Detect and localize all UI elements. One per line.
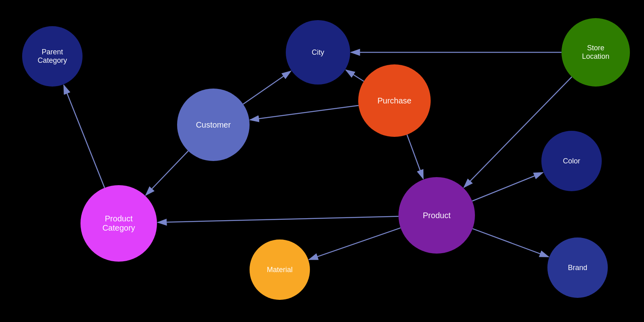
node-label-product_category: ProductCategory (102, 214, 135, 233)
node-material[interactable]: Material (250, 239, 310, 300)
node-product_category[interactable]: ProductCategory (80, 185, 157, 262)
node-store_location[interactable]: StoreLocation (561, 18, 630, 87)
node-label-store_location: StoreLocation (582, 44, 609, 61)
edge-product-color (472, 173, 543, 201)
node-label-parent_category: ParentCategory (37, 48, 67, 65)
node-label-purchase: Purchase (378, 96, 412, 105)
node-label-city: City (312, 48, 324, 57)
node-label-color: Color (563, 157, 580, 165)
node-customer[interactable]: Customer (177, 89, 250, 161)
graph-canvas: ParentCategoryCityStoreLocationCustomerP… (0, 0, 644, 322)
edge-product_category-parent_category (64, 85, 104, 188)
edge-purchase-customer (250, 105, 359, 120)
edge-product-brand (473, 229, 549, 257)
edge-product-product_category (158, 216, 398, 222)
edge-purchase-city (346, 70, 364, 81)
node-label-material: Material (267, 266, 293, 274)
node-purchase[interactable]: Purchase (358, 64, 431, 137)
node-brand[interactable]: Brand (547, 237, 608, 298)
edge-customer-city (243, 71, 291, 104)
node-color[interactable]: Color (541, 131, 602, 191)
node-label-brand: Brand (568, 264, 587, 272)
node-parent_category[interactable]: ParentCategory (22, 26, 83, 87)
node-city[interactable]: City (286, 20, 350, 85)
node-label-product: Product (423, 211, 451, 220)
edge-customer-product_category (146, 151, 188, 195)
node-product[interactable]: Product (398, 177, 475, 254)
edge-purchase-product (407, 134, 423, 179)
node-label-customer: Customer (196, 120, 231, 130)
edge-product-material (309, 228, 400, 260)
